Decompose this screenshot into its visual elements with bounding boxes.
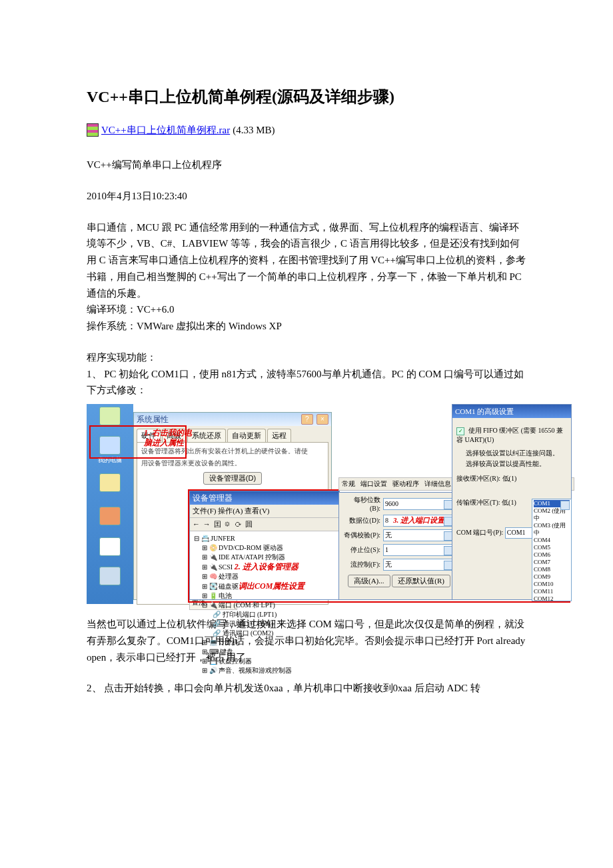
- advanced-button[interactable]: 高级(A)...: [348, 575, 390, 587]
- annotation-text: 1. 右击我的电脑进入属性: [144, 428, 197, 448]
- desktop-icon: [97, 567, 123, 593]
- com-port-properties-dialog: 每秒位数(B): 9600 数据位(D): 8 3. 进入端口设置，点击高级设置…: [338, 492, 460, 600]
- restore-defaults-button[interactable]: 还原默认值(R): [392, 575, 450, 587]
- baud-label: 每秒位数(B):: [343, 495, 380, 512]
- stopbits-label: 停止位(S):: [343, 545, 380, 555]
- tree-node[interactable]: ⊟ 📇 JUNFER: [194, 534, 335, 543]
- tree-node[interactable]: ⊞ 📀 DVD/CD-ROM 驱动器: [194, 543, 335, 553]
- tab-update[interactable]: 自动更新: [227, 429, 266, 442]
- tree-node-ports[interactable]: ⊟ 🔌 端口 (COM 和 LPT): [194, 601, 335, 610]
- devmgr-toolbar[interactable]: ← → 囯 ⛭ ⟳ 囬: [190, 518, 339, 531]
- baud-select[interactable]: 9600: [383, 498, 455, 510]
- com-port-number-label: COM 端口号(P):: [456, 529, 503, 536]
- window-controls: ? ×: [300, 414, 328, 425]
- paragraph: 程序实现功能：: [87, 349, 526, 366]
- paragraph: 编译环境：VC++6.0: [87, 301, 526, 318]
- annotation-text: 调出COM属性设置: [239, 581, 305, 591]
- file-attachment-row: VC++串口上位机简单例程.rar (4.33 MB): [87, 123, 526, 137]
- tab-remote[interactable]: 远程: [267, 429, 291, 442]
- dialog-titlebar: COM1 的高级设置: [452, 405, 571, 418]
- device-manager-window: 设备管理器 文件(F) 操作(A) 查看(V) ← → 囯 ⛭ ⟳ 囬 ⊟ 📇 …: [189, 491, 340, 600]
- tree-node[interactable]: ⊞ 🔊 声音、视频和游戏控制器: [194, 666, 335, 675]
- tab[interactable]: 端口设置: [360, 479, 387, 489]
- paragraph: VC++编写简单串口上位机程序: [87, 157, 526, 173]
- tree-node[interactable]: 🔗 通讯端口 (COM2): [194, 629, 335, 638]
- paragraph: 串口通信，MCU 跟 PC 通信经常用到的一种通信方式，做界面、写上位机程序的编…: [87, 219, 526, 302]
- tree-node[interactable]: ⊞ ⌨ 键盘: [194, 647, 335, 657]
- databits-label: 数据位(D):: [343, 516, 380, 525]
- parity-label: 奇偶校验(P):: [343, 531, 380, 540]
- paragraph-timestamp: 2010年4月13日10:23:40: [87, 188, 526, 205]
- device-manager-button[interactable]: 设备管理器(D): [203, 472, 262, 485]
- databits-select[interactable]: 8 3. 进入端口设置，点击高级设置COM端口号: [383, 515, 455, 527]
- tab[interactable]: 详细信息: [424, 479, 451, 489]
- advanced-hint: 选择较低设置以纠正连接问题。: [466, 449, 567, 458]
- file-download-link[interactable]: VC++串口上位机简单例程.rar: [101, 124, 230, 137]
- flow-label: 流控制(F):: [343, 560, 380, 569]
- checkbox-icon[interactable]: ✓: [456, 427, 464, 435]
- tab[interactable]: 驱动程序: [392, 479, 419, 489]
- tree-node[interactable]: 🔗 打印机端口 (LPT1): [194, 610, 335, 619]
- tree-node[interactable]: ⊞ 🔌 SCSI 2. 进入设备管理器: [194, 562, 335, 572]
- paragraph: 1、 PC 初始化 COM1口，使用 n81方式，波特率57600与单片机通信。…: [87, 366, 526, 399]
- dialog-titlebar: 系统属性 ? ×: [134, 413, 331, 426]
- desktop-icon: [97, 537, 123, 564]
- fifo-checkbox-label: 使用 FIFO 缓冲区 (需要 16550 兼容 UART)(U): [456, 427, 563, 443]
- rar-icon: [87, 123, 99, 137]
- device-tree: ⊟ 📇 JUNFER ⊞ 📀 DVD/CD-ROM 驱动器 ⊞ 🔌 IDE AT…: [190, 531, 339, 678]
- advanced-hint: 选择较高设置以提高性能。: [466, 459, 567, 469]
- flow-select[interactable]: 无: [383, 559, 455, 571]
- tree-node[interactable]: ⊞ 💽 磁盘驱调出COM属性设置: [194, 581, 335, 591]
- tree-node[interactable]: ⊞ 🔋 电池: [194, 591, 335, 601]
- annotation-text: 2. 进入设备管理器: [235, 562, 299, 571]
- tree-node[interactable]: ⊞ 🧠 处理器: [194, 572, 335, 581]
- tree-node[interactable]: ⊞ 💾 软盘控制器: [194, 657, 335, 666]
- tree-node[interactable]: ⊞ 💻 计算机: [194, 638, 335, 647]
- stopbits-select[interactable]: 1: [383, 544, 455, 556]
- dialog-title: 系统属性: [137, 414, 169, 425]
- devmgr-info: 用设备管理器来更改设备的属性。: [141, 459, 324, 468]
- recv-buffer-label: 接收缓冲区(R): 低(1): [456, 474, 567, 483]
- com-port-dropdown-list[interactable]: COM1 COM2 (使用中 COM3 (使用中 COM4 COM5 COM6 …: [532, 499, 572, 601]
- tree-node[interactable]: 🔗 通讯端口 (COM1): [194, 619, 335, 629]
- close-icon[interactable]: ×: [316, 414, 328, 425]
- paragraph: 操作系统：VMWare 虚拟出来的 Windows XP: [87, 318, 526, 335]
- desktop-icon: [97, 507, 123, 533]
- page-title: VC++串口上位机简单例程(源码及详细步骤): [87, 87, 526, 107]
- tab[interactable]: 常规: [342, 479, 355, 489]
- desktop-icon: [97, 473, 123, 500]
- file-size-text: (4.33 MB): [233, 125, 275, 136]
- dialog-titlebar: 设备管理器: [190, 491, 339, 505]
- devmgr-menu[interactable]: 文件(F) 操作(A) 查看(V): [190, 505, 339, 518]
- embedded-screenshot: 我的电脑 系统属性 ? × 硬件 高级 系统还原 自动更新 远程: [87, 404, 568, 604]
- help-icon[interactable]: ?: [301, 414, 313, 425]
- paragraph: 2、 点击开始转换，串口会向单片机发送0xaa，单片机串口中断接收到0xaa 后…: [87, 680, 526, 697]
- parity-select[interactable]: 无: [383, 529, 455, 541]
- tree-node[interactable]: ⊞ 🔌 IDE ATA/ATAPI 控制器: [194, 553, 335, 562]
